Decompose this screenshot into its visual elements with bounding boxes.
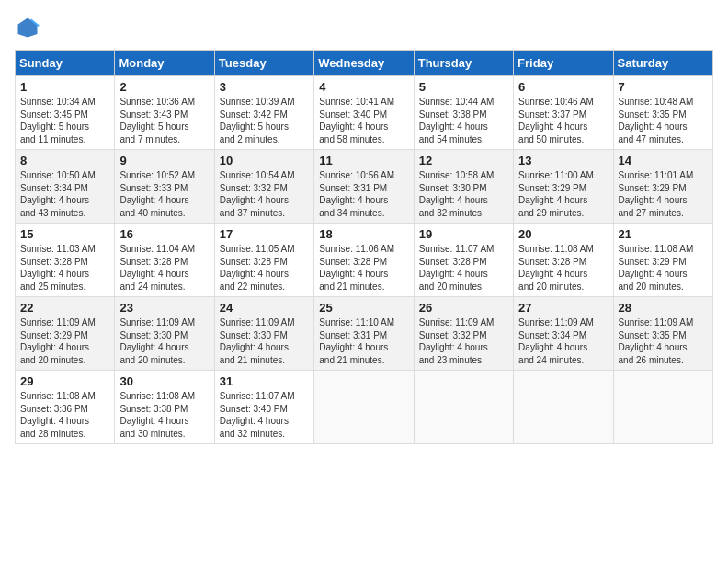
calendar-cell: 4Sunrise: 10:41 AM Sunset: 3:40 PM Dayli…	[314, 76, 414, 150]
day-number: 10	[220, 154, 309, 167]
day-info: Sunrise: 10:39 AM Sunset: 3:42 PM Daylig…	[220, 97, 295, 144]
day-number: 19	[419, 227, 508, 241]
calendar-header: SundayMondayTuesdayWednesdayThursdayFrid…	[16, 51, 713, 76]
day-number: 31	[220, 374, 309, 388]
day-info: Sunrise: 10:46 AM Sunset: 3:37 PM Daylig…	[518, 97, 594, 144]
calendar-cell: 3Sunrise: 10:39 AM Sunset: 3:42 PM Dayli…	[214, 76, 313, 150]
calendar-cell: 20Sunrise: 11:08 AM Sunset: 3:28 PM Dayl…	[514, 224, 613, 297]
day-info: Sunrise: 11:09 AM Sunset: 3:35 PM Daylig…	[619, 317, 694, 365]
day-number: 13	[518, 154, 608, 167]
day-number: 23	[119, 301, 209, 315]
day-info: Sunrise: 10:52 AM Sunset: 3:33 PM Daylig…	[119, 170, 195, 218]
day-info: Sunrise: 11:09 AM Sunset: 3:30 PM Daylig…	[220, 317, 295, 365]
week-row-4: 22Sunrise: 11:09 AM Sunset: 3:29 PM Dayl…	[16, 297, 713, 371]
day-number: 7	[619, 80, 708, 94]
calendar-cell: 27Sunrise: 11:09 AM Sunset: 3:34 PM Dayl…	[514, 297, 613, 371]
calendar-cell: 30Sunrise: 11:08 AM Sunset: 3:38 PM Dayl…	[115, 371, 214, 444]
day-info: Sunrise: 10:44 AM Sunset: 3:38 PM Daylig…	[419, 97, 495, 144]
logo	[15, 15, 44, 40]
day-info: Sunrise: 10:56 AM Sunset: 3:31 PM Daylig…	[319, 170, 394, 218]
calendar-cell: 8Sunrise: 10:50 AM Sunset: 3:34 PM Dayli…	[16, 150, 115, 224]
day-info: Sunrise: 11:00 AM Sunset: 3:29 PM Daylig…	[518, 170, 594, 218]
day-info: Sunrise: 11:08 AM Sunset: 3:28 PM Daylig…	[518, 244, 594, 292]
day-number: 25	[319, 301, 408, 315]
day-number: 14	[619, 154, 708, 167]
day-info: Sunrise: 10:36 AM Sunset: 3:43 PM Daylig…	[119, 97, 195, 144]
day-number: 20	[518, 227, 608, 241]
day-info: Sunrise: 11:09 AM Sunset: 3:29 PM Daylig…	[20, 317, 96, 365]
page-header	[15, 15, 713, 40]
day-number: 5	[419, 80, 508, 94]
day-info: Sunrise: 10:54 AM Sunset: 3:32 PM Daylig…	[220, 170, 295, 218]
day-number: 27	[518, 301, 608, 315]
calendar-cell	[414, 371, 513, 444]
calendar-cell: 9Sunrise: 10:52 AM Sunset: 3:33 PM Dayli…	[115, 150, 214, 224]
header-cell-monday: Monday	[115, 51, 214, 76]
day-info: Sunrise: 11:08 AM Sunset: 3:29 PM Daylig…	[619, 244, 694, 292]
calendar-cell: 1Sunrise: 10:34 AM Sunset: 3:45 PM Dayli…	[16, 76, 115, 150]
day-number: 3	[220, 80, 309, 94]
day-info: Sunrise: 10:50 AM Sunset: 3:34 PM Daylig…	[20, 170, 96, 218]
calendar-cell	[613, 371, 712, 444]
calendar-cell: 19Sunrise: 11:07 AM Sunset: 3:28 PM Dayl…	[414, 224, 513, 297]
calendar-cell	[314, 371, 414, 444]
calendar-cell: 28Sunrise: 11:09 AM Sunset: 3:35 PM Dayl…	[613, 297, 712, 371]
day-number: 30	[119, 374, 209, 388]
day-info: Sunrise: 11:09 AM Sunset: 3:34 PM Daylig…	[518, 317, 594, 365]
calendar-cell: 11Sunrise: 10:56 AM Sunset: 3:31 PM Dayl…	[314, 150, 414, 224]
day-number: 9	[119, 154, 209, 167]
day-number: 18	[319, 227, 408, 241]
calendar-cell: 18Sunrise: 11:06 AM Sunset: 3:28 PM Dayl…	[314, 224, 414, 297]
header-row: SundayMondayTuesdayWednesdayThursdayFrid…	[16, 51, 713, 76]
day-number: 21	[619, 227, 708, 241]
day-info: Sunrise: 11:09 AM Sunset: 3:32 PM Daylig…	[419, 317, 495, 365]
day-number: 6	[518, 80, 608, 94]
calendar-cell: 17Sunrise: 11:05 AM Sunset: 3:28 PM Dayl…	[214, 224, 313, 297]
calendar-table: SundayMondayTuesdayWednesdayThursdayFrid…	[15, 50, 713, 444]
calendar-cell: 10Sunrise: 10:54 AM Sunset: 3:32 PM Dayl…	[214, 150, 313, 224]
calendar-cell: 21Sunrise: 11:08 AM Sunset: 3:29 PM Dayl…	[613, 224, 712, 297]
calendar-cell: 31Sunrise: 11:07 AM Sunset: 3:40 PM Dayl…	[214, 371, 313, 444]
day-info: Sunrise: 10:58 AM Sunset: 3:30 PM Daylig…	[419, 170, 495, 218]
calendar-body: 1Sunrise: 10:34 AM Sunset: 3:45 PM Dayli…	[16, 76, 713, 444]
calendar-cell: 25Sunrise: 11:10 AM Sunset: 3:31 PM Dayl…	[314, 297, 414, 371]
day-info: Sunrise: 11:08 AM Sunset: 3:36 PM Daylig…	[20, 391, 96, 439]
day-number: 22	[20, 301, 109, 315]
calendar-cell: 23Sunrise: 11:09 AM Sunset: 3:30 PM Dayl…	[115, 297, 214, 371]
day-number: 11	[319, 154, 408, 167]
calendar-cell: 13Sunrise: 11:00 AM Sunset: 3:29 PM Dayl…	[514, 150, 613, 224]
calendar-cell: 24Sunrise: 11:09 AM Sunset: 3:30 PM Dayl…	[214, 297, 313, 371]
day-info: Sunrise: 11:06 AM Sunset: 3:28 PM Daylig…	[319, 244, 394, 292]
calendar-cell: 12Sunrise: 10:58 AM Sunset: 3:30 PM Dayl…	[414, 150, 513, 224]
calendar-cell: 29Sunrise: 11:08 AM Sunset: 3:36 PM Dayl…	[16, 371, 115, 444]
svg-marker-0	[18, 18, 38, 38]
calendar-cell: 26Sunrise: 11:09 AM Sunset: 3:32 PM Dayl…	[414, 297, 513, 371]
day-number: 16	[119, 227, 209, 241]
week-row-1: 1Sunrise: 10:34 AM Sunset: 3:45 PM Dayli…	[16, 76, 713, 150]
week-row-2: 8Sunrise: 10:50 AM Sunset: 3:34 PM Dayli…	[16, 150, 713, 224]
header-cell-saturday: Saturday	[613, 51, 712, 76]
day-number: 8	[20, 154, 109, 167]
calendar-cell: 15Sunrise: 11:03 AM Sunset: 3:28 PM Dayl…	[16, 224, 115, 297]
calendar-cell: 22Sunrise: 11:09 AM Sunset: 3:29 PM Dayl…	[16, 297, 115, 371]
day-info: Sunrise: 11:07 AM Sunset: 3:40 PM Daylig…	[220, 391, 295, 439]
day-info: Sunrise: 11:01 AM Sunset: 3:29 PM Daylig…	[619, 170, 694, 218]
day-info: Sunrise: 10:34 AM Sunset: 3:45 PM Daylig…	[20, 97, 96, 144]
header-cell-wednesday: Wednesday	[314, 51, 414, 76]
calendar-cell: 7Sunrise: 10:48 AM Sunset: 3:35 PM Dayli…	[613, 76, 712, 150]
day-number: 2	[119, 80, 209, 94]
day-number: 24	[220, 301, 309, 315]
day-info: Sunrise: 11:03 AM Sunset: 3:28 PM Daylig…	[20, 244, 96, 292]
day-number: 15	[20, 227, 109, 241]
day-number: 28	[619, 301, 708, 315]
day-info: Sunrise: 11:05 AM Sunset: 3:28 PM Daylig…	[220, 244, 295, 292]
day-number: 1	[20, 80, 109, 94]
header-cell-tuesday: Tuesday	[214, 51, 313, 76]
header-cell-sunday: Sunday	[16, 51, 115, 76]
logo-icon	[15, 15, 40, 40]
header-cell-friday: Friday	[514, 51, 613, 76]
day-info: Sunrise: 11:10 AM Sunset: 3:31 PM Daylig…	[319, 317, 394, 365]
day-info: Sunrise: 11:09 AM Sunset: 3:30 PM Daylig…	[119, 317, 195, 365]
week-row-3: 15Sunrise: 11:03 AM Sunset: 3:28 PM Dayl…	[16, 224, 713, 297]
day-info: Sunrise: 11:07 AM Sunset: 3:28 PM Daylig…	[419, 244, 495, 292]
